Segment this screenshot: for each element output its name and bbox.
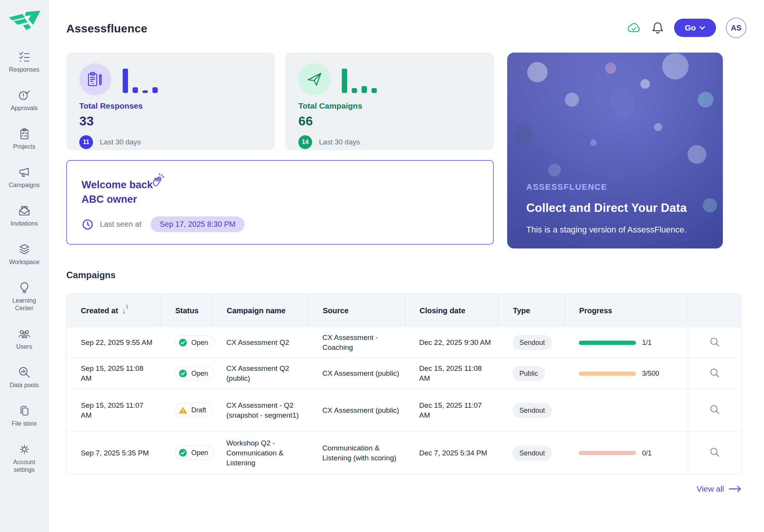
cell-status: Open — [161, 330, 212, 356]
sidebar-item-approvals[interactable]: Approvals — [0, 89, 48, 112]
sort-indicator: ↓1 — [122, 307, 128, 314]
stat-badge: 11 — [79, 135, 93, 149]
cloud-check-icon[interactable] — [627, 21, 641, 34]
dashboard-top-row: Total Responses 33 11 Last 30 days — [66, 53, 746, 248]
cell-source: CX Assessment - Coaching — [308, 327, 405, 358]
mini-bar — [352, 88, 357, 93]
avatar[interactable]: AS — [726, 18, 746, 38]
row-search-button[interactable] — [706, 364, 724, 383]
sidebar-item-workspace[interactable]: Workspace — [0, 243, 48, 266]
progress-label: 0/1 — [642, 448, 652, 458]
stats-row: Total Responses 33 11 Last 30 days — [66, 53, 494, 150]
sidebar-item-label: Data pools — [10, 381, 39, 389]
column-header-status[interactable]: Status — [161, 294, 212, 327]
sidebar-item-campaigns[interactable]: Campaigns — [0, 166, 48, 189]
sidebar-item-invitations[interactable]: Invitations — [0, 204, 48, 228]
sidebar-item-settings[interactable]: Account settings — [0, 443, 48, 474]
cell-created-at: Sep 22, 2025 9:55 AM — [67, 332, 161, 353]
chevron-down-icon — [699, 26, 705, 30]
go-button-label: Go — [685, 23, 696, 32]
warning-triangle-icon — [178, 405, 188, 415]
sidebar-item-label: Responses — [9, 66, 39, 74]
promo-eyebrow: ASSESSFLUENCE — [526, 182, 687, 192]
table-row[interactable]: Sep 15, 2025 11:07 AMDraftCX Assessment … — [67, 389, 741, 431]
table-header-row: Created at↓1StatusCampaign nameSourceClo… — [67, 294, 741, 327]
mini-bar — [152, 87, 158, 93]
sidebar-item-label: Invitations — [10, 220, 38, 228]
column-header-label: Created at — [81, 306, 118, 315]
row-search-button[interactable] — [706, 444, 724, 462]
sidebar-nav: ResponsesApprovalsProjectsCampaignsInvit… — [0, 50, 48, 474]
view-all-link[interactable]: View all — [697, 484, 742, 494]
mini-bar — [143, 90, 148, 93]
mini-bar — [133, 87, 138, 93]
search-icon — [709, 337, 721, 349]
cell-status: Open — [161, 440, 212, 466]
sidebar-item-filestore[interactable]: File store — [0, 404, 48, 428]
mini-bar — [123, 69, 128, 93]
column-header-label: Source — [323, 306, 349, 315]
campaigns-table: Created at↓1StatusCampaign nameSourceClo… — [66, 293, 742, 474]
cell-type: Public — [498, 361, 565, 386]
column-header-label: Type — [513, 306, 530, 315]
cell-actions — [688, 358, 741, 389]
bell-icon[interactable] — [651, 21, 664, 35]
type-badge: Sendout — [513, 403, 552, 418]
page-title: Assessfluence — [66, 17, 147, 35]
sidebar-item-datapools[interactable]: Data pools — [0, 366, 48, 389]
projects-icon — [18, 127, 31, 140]
table-row[interactable]: Sep 7, 2025 5:35 PMOpenWorkshop Q2 - Com… — [67, 431, 741, 474]
sidebar-item-label: Campaigns — [9, 181, 40, 189]
filestore-icon — [18, 404, 31, 417]
column-header-actions — [688, 294, 741, 327]
check-circle-icon — [178, 338, 188, 348]
status-label: Open — [191, 338, 208, 348]
sidebar-item-responses[interactable]: Responses — [0, 50, 48, 74]
column-header-label: Closing date — [420, 306, 465, 315]
column-header-source[interactable]: Source — [308, 294, 405, 327]
table-row[interactable]: Sep 22, 2025 9:55 AMOpenCX Assessment Q2… — [67, 327, 741, 358]
search-icon — [709, 367, 721, 380]
welcome-user: ABC owner — [82, 192, 479, 207]
sidebar-item-users[interactable]: Users — [0, 327, 48, 351]
clock-icon — [82, 218, 94, 231]
column-header-type[interactable]: Type — [498, 294, 565, 327]
status-label: Open — [191, 369, 208, 378]
column-header-campaign-name[interactable]: Campaign name — [212, 294, 308, 327]
column-header-created-at[interactable]: Created at↓1 — [67, 294, 161, 327]
cell-campaign-name: CX Assessment - Q2 (snapshot - segment1) — [212, 395, 308, 426]
table-row[interactable]: Sep 15, 2025 11:08 AMOpenCX Assessment Q… — [67, 358, 741, 389]
go-button[interactable]: Go — [674, 19, 716, 37]
sidebar-item-label: Approvals — [11, 104, 38, 112]
responses-icon — [18, 50, 31, 63]
cell-closing-date: Dec 15, 2025 11:07 AM — [405, 395, 498, 426]
stat-card-total-campaigns: Total Campaigns 66 14 Last 30 days — [285, 53, 494, 150]
promo-subtitle: This is a staging version of AssessFluen… — [526, 225, 687, 235]
progress-bar — [579, 341, 636, 345]
paper-plane-icon — [298, 63, 330, 95]
cell-created-at: Sep 15, 2025 11:08 AM — [67, 358, 161, 389]
clipboard-pencil-icon — [79, 63, 111, 95]
workspace-icon — [18, 243, 31, 256]
sidebar-item-projects[interactable]: Projects — [0, 127, 48, 151]
sidebar-item-label: Workspace — [9, 258, 40, 266]
last-seen-value: Sep 17, 2025 8:30 PM — [151, 216, 245, 232]
stat-badge: 14 — [298, 135, 312, 149]
status-badge-open: Open — [175, 366, 215, 381]
progress-bar — [579, 372, 636, 376]
cell-actions — [688, 327, 741, 358]
sidebar-item-label: Learning Center — [3, 297, 46, 312]
column-header-closing-date[interactable]: Closing date — [405, 294, 498, 327]
cell-type: Sendout — [498, 330, 565, 356]
progress-label: 1/1 — [642, 338, 652, 348]
column-header-progress[interactable]: Progress — [565, 294, 688, 327]
app-logo-icon[interactable] — [8, 10, 41, 34]
row-search-button[interactable] — [706, 333, 724, 352]
cell-actions — [688, 432, 741, 474]
row-search-button[interactable] — [706, 401, 724, 420]
campaigns-heading: Campaigns — [66, 270, 746, 280]
type-badge: Public — [513, 366, 545, 381]
sidebar-item-learning[interactable]: Learning Center — [0, 281, 48, 312]
status-badge-open: Open — [175, 335, 215, 350]
cell-created-at: Sep 15, 2025 11:07 AM — [67, 395, 161, 426]
